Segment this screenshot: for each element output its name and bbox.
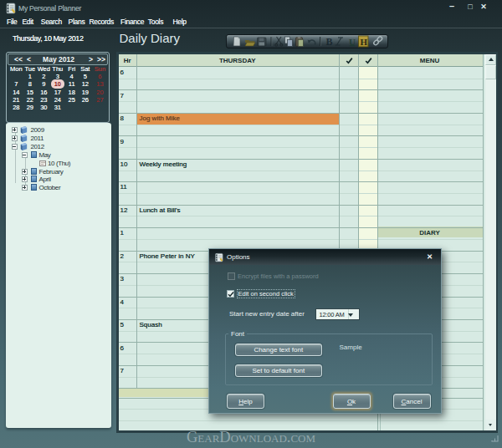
svg-text:B: B (325, 36, 332, 48)
svg-text:U: U (349, 36, 356, 46)
svg-text:H: H (360, 36, 367, 46)
